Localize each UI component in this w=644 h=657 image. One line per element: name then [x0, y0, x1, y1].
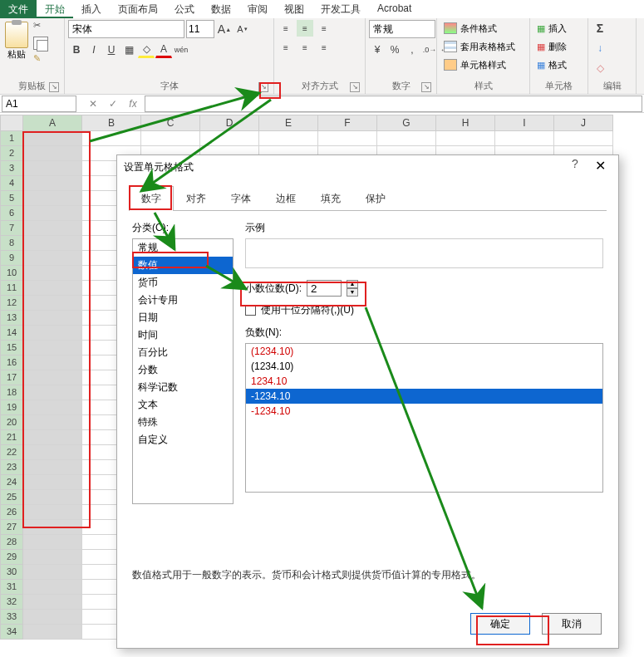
cell[interactable]	[23, 326, 82, 341]
fill-button[interactable]: ↓	[592, 40, 608, 56]
row-header-1[interactable]: 1	[0, 131, 23, 146]
cell[interactable]	[23, 281, 82, 296]
dialog-tab-保护[interactable]: 保护	[353, 186, 398, 211]
cell[interactable]	[23, 161, 82, 176]
cell[interactable]	[554, 131, 613, 146]
category-item[interactable]: 科学记数	[133, 379, 233, 396]
cell[interactable]	[141, 131, 200, 146]
align-top-icon[interactable]: ≡	[278, 20, 294, 37]
row-header-17[interactable]: 17	[0, 370, 23, 385]
border-button[interactable]: ▦	[120, 42, 137, 58]
ribbon-tab-文件[interactable]: 文件	[0, 0, 37, 18]
ribbon-tab-页面布局[interactable]: 页面布局	[110, 0, 166, 18]
dialog-tab-对齐[interactable]: 对齐	[174, 186, 219, 211]
cell[interactable]	[23, 355, 82, 370]
cell[interactable]	[23, 206, 82, 221]
cell[interactable]	[23, 535, 82, 550]
cell[interactable]	[23, 146, 82, 161]
align-right-icon[interactable]: ≡	[316, 39, 332, 56]
ribbon-tab-开始[interactable]: 开始	[37, 0, 73, 18]
col-header-A[interactable]: A	[23, 115, 82, 131]
category-item[interactable]: 百分比	[133, 344, 233, 361]
cell[interactable]	[23, 580, 82, 595]
name-box[interactable]	[2, 96, 76, 112]
cell[interactable]	[23, 221, 82, 236]
cell[interactable]	[23, 445, 82, 460]
col-header-D[interactable]: D	[200, 115, 259, 131]
row-header-12[interactable]: 12	[0, 296, 23, 311]
paste-button[interactable]: 粘贴	[3, 20, 30, 62]
col-header-H[interactable]: H	[436, 115, 495, 131]
cell[interactable]	[23, 176, 82, 191]
format-painter-icon[interactable]: ✎	[33, 53, 48, 66]
format-button[interactable]: ▦格式	[533, 56, 570, 73]
negative-item[interactable]: -1234.10	[246, 389, 602, 404]
row-header-10[interactable]: 10	[0, 266, 23, 281]
negative-item[interactable]: (1234.10)	[246, 344, 602, 359]
row-header-8[interactable]: 8	[0, 236, 23, 251]
cell[interactable]	[23, 595, 82, 610]
row-header-29[interactable]: 29	[0, 550, 23, 565]
comma-button[interactable]: ,	[404, 42, 420, 58]
cell[interactable]	[23, 341, 82, 355]
row-header-15[interactable]: 15	[0, 341, 23, 355]
select-all-corner[interactable]	[0, 115, 23, 131]
align-middle-icon[interactable]: ≡	[297, 20, 313, 37]
row-header-32[interactable]: 32	[0, 595, 23, 610]
cancel-button[interactable]: 取消	[542, 613, 602, 635]
thousands-checkbox[interactable]	[245, 305, 256, 316]
ribbon-tab-审阅[interactable]: 审阅	[239, 0, 276, 18]
ok-button[interactable]: 确定	[470, 613, 530, 635]
dialog-tab-字体[interactable]: 字体	[219, 186, 263, 211]
cell[interactable]	[23, 400, 82, 415]
cell[interactable]	[377, 131, 436, 146]
confirm-entry-icon[interactable]: ✓	[103, 96, 123, 112]
bold-button[interactable]: B	[68, 42, 85, 58]
row-header-25[interactable]: 25	[0, 490, 23, 505]
cell[interactable]	[23, 430, 82, 445]
row-header-19[interactable]: 19	[0, 400, 23, 415]
cell[interactable]	[436, 131, 495, 146]
align-left-icon[interactable]: ≡	[278, 39, 294, 56]
dialog-tab-数字[interactable]: 数字	[129, 186, 174, 211]
shrink-font-icon[interactable]: A▼	[234, 21, 251, 37]
currency-button[interactable]: ¥	[369, 42, 386, 58]
cancel-entry-icon[interactable]: ✕	[83, 96, 103, 112]
copy-icon[interactable]	[33, 37, 48, 50]
insert-button[interactable]: ▦插入	[533, 20, 570, 37]
number-format-select[interactable]	[369, 20, 435, 38]
cell[interactable]	[259, 131, 318, 146]
percent-button[interactable]: %	[386, 42, 403, 58]
ribbon-tab-Acrobat[interactable]: Acrobat	[369, 0, 420, 18]
row-header-28[interactable]: 28	[0, 535, 23, 550]
formula-input[interactable]	[145, 96, 642, 112]
cell[interactable]	[23, 520, 82, 535]
ribbon-tab-数据[interactable]: 数据	[203, 0, 239, 18]
category-item[interactable]: 自定义	[133, 431, 233, 449]
col-header-I[interactable]: I	[495, 115, 554, 131]
row-header-7[interactable]: 7	[0, 221, 23, 236]
dialog-help-button[interactable]: ?	[567, 157, 583, 177]
cell[interactable]	[82, 131, 141, 146]
font-color-button[interactable]: A	[155, 42, 172, 58]
cell[interactable]	[200, 131, 259, 146]
cell[interactable]	[495, 131, 554, 146]
category-item[interactable]: 文本	[133, 396, 233, 414]
dialog-tab-填充[interactable]: 填充	[308, 186, 353, 211]
category-item[interactable]: 分数	[133, 361, 233, 379]
ribbon-tab-插入[interactable]: 插入	[73, 0, 110, 18]
cell[interactable]	[23, 236, 82, 251]
row-header-14[interactable]: 14	[0, 326, 23, 341]
cell[interactable]	[23, 251, 82, 266]
grow-font-icon[interactable]: A▲	[216, 21, 233, 37]
cell[interactable]	[23, 385, 82, 400]
cell[interactable]	[23, 625, 82, 640]
ribbon-tab-开发工具[interactable]: 开发工具	[312, 0, 369, 18]
row-header-34[interactable]: 34	[0, 625, 23, 640]
align-center-icon[interactable]: ≡	[297, 39, 313, 56]
underline-button[interactable]: U	[103, 42, 120, 58]
decimals-input[interactable]	[307, 280, 342, 297]
row-header-20[interactable]: 20	[0, 415, 23, 430]
cell[interactable]	[23, 475, 82, 490]
category-item[interactable]: 数值	[133, 257, 233, 274]
